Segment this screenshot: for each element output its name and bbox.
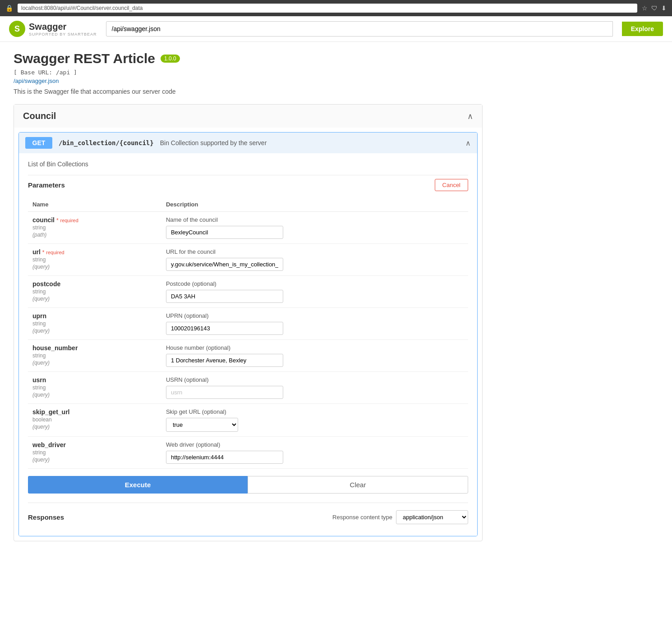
swagger-json-link[interactable]: /api/swagger.json [14,78,483,84]
param-location-4: (query) [32,360,50,366]
required-label-1: required [46,250,64,255]
explore-button[interactable]: Explore [622,22,663,36]
parameters-table: Name Description council * requiredstrin… [28,197,468,469]
council-section-title: Council [23,111,56,121]
param-name-6: skip_get_url [32,408,69,416]
param-input-7[interactable] [166,451,283,464]
param-input-2[interactable] [166,290,283,303]
swagger-logo-text: Swagger SUPPORTED BY SMARTBEAR [29,22,97,37]
base-url: [ Base URL: /api ] [14,69,483,76]
param-name-1: url [32,248,41,256]
extension-icon: 🛡 [651,5,658,12]
clear-button[interactable]: Clear [248,476,468,494]
action-buttons: Execute Clear [28,476,468,494]
table-row: usrnstring(query)USRN (optional) [28,372,468,404]
param-desc-0: Name of the council [166,216,464,223]
param-location-2: (query) [32,296,50,302]
param-desc-2: Postcode (optional) [166,280,464,287]
param-type-4: string [32,352,46,359]
responses-title: Responses [28,513,64,521]
browser-url-text: localhost:8080/api/ui/#/Council/server.c… [21,5,143,11]
param-type-7: string [32,449,46,456]
param-input-5[interactable] [166,386,283,399]
swagger-logo-circle: S [9,21,25,37]
endpoint-header[interactable]: GET /bin_collection/{council} Bin Collec… [19,133,477,153]
col-description-header: Description [161,197,468,212]
param-desc-cell-4: House number (optional) [161,340,468,372]
table-row: url * requiredstring(query)URL for the c… [28,244,468,276]
page-title-row: Swagger REST Article 1.0.0 [14,51,483,66]
param-desc-cell-6: Skip get URL (optional)truefalse [161,404,468,437]
param-select-6[interactable]: truefalse [166,418,238,432]
method-badge: GET [25,137,52,149]
param-desc-cell-1: URL for the council [161,244,468,276]
param-name-4: house_number [32,344,78,352]
swagger-logo-sub: SUPPORTED BY SMARTBEAR [29,32,97,37]
param-name-cell-7: web_driverstring(query) [28,437,161,469]
param-name-3: uprn [32,312,46,320]
param-location-0: (path) [32,232,46,238]
council-section-header[interactable]: Council ∧ [14,105,482,128]
param-desc-cell-5: USRN (optional) [161,372,468,404]
endpoint-chevron: ∧ [465,139,471,147]
shield-icon: 🔒 [5,5,13,12]
param-location-1: (query) [32,264,50,270]
browser-url-bar[interactable]: localhost:8080/api/ui/#/Council/server.c… [18,4,637,13]
param-name-cell-3: uprnstring(query) [28,308,161,340]
param-name-7: web_driver [32,441,66,448]
param-desc-4: House number (optional) [166,344,464,351]
param-desc-1: URL for the council [166,248,464,255]
endpoint-container: GET /bin_collection/{council} Bin Collec… [18,132,478,536]
table-row: skip_get_urlboolean(query)Skip get URL (… [28,404,468,437]
responses-section: Responses Response content type applicat… [28,503,468,524]
col-name-header: Name [28,197,161,212]
browser-right-icons: ☆ 🛡 ⬇ [642,5,667,12]
param-location-3: (query) [32,328,50,334]
swagger-logo-main: Swagger [29,22,97,32]
version-badge: 1.0.0 [161,55,180,63]
param-name-0: council [32,216,55,224]
response-content-label: Response content type [332,514,392,521]
star-icon: ☆ [642,5,648,12]
table-row: council * requiredstring(path)Name of th… [28,212,468,244]
param-desc-7: Web driver (optional) [166,441,464,448]
download-icon: ⬇ [661,5,667,12]
param-input-3[interactable] [166,322,283,335]
param-name-cell-0: council * requiredstring(path) [28,212,161,244]
param-input-0[interactable] [166,226,283,239]
responses-header: Responses Response content type applicat… [28,510,468,524]
param-type-5: string [32,384,46,391]
swagger-logo-letter: S [14,24,20,34]
param-desc-3: UPRN (optional) [166,312,464,319]
response-content-select[interactable]: application/json [396,510,468,524]
param-type-3: string [32,320,46,327]
required-star-1: * [42,249,45,256]
cancel-button[interactable]: Cancel [435,179,468,191]
param-type-1: string [32,256,46,263]
page-description: This is the Swagger file that accompanie… [14,88,483,95]
council-section-chevron: ∧ [467,111,473,121]
param-input-1[interactable] [166,258,283,271]
council-section: Council ∧ GET /bin_collection/{council} … [14,104,483,541]
param-desc-5: USRN (optional) [166,376,464,383]
browser-chrome: 🔒 localhost:8080/api/ui/#/Council/server… [0,0,672,16]
browser-nav-icons: 🔒 [5,5,13,12]
parameters-title: Parameters [28,181,65,189]
table-row: house_numberstring(query)House number (o… [28,340,468,372]
swagger-header: S Swagger SUPPORTED BY SMARTBEAR Explore [0,16,672,42]
param-desc-cell-2: Postcode (optional) [161,276,468,308]
endpoint-path: /bin_collection/{council} [59,139,154,146]
table-row: web_driverstring(query)Web driver (optio… [28,437,468,469]
required-star-0: * [56,217,59,224]
param-name-cell-6: skip_get_urlboolean(query) [28,404,161,437]
param-name-cell-5: usrnstring(query) [28,372,161,404]
table-row: uprnstring(query)UPRN (optional) [28,308,468,340]
swagger-url-input[interactable] [106,21,613,37]
swagger-logo: S Swagger SUPPORTED BY SMARTBEAR [9,21,97,37]
param-input-4[interactable] [166,354,283,367]
execute-button[interactable]: Execute [28,476,248,494]
param-name-5: usrn [32,376,46,384]
endpoint-body: List of Bin Collections Parameters Cance… [19,153,477,536]
param-location-6: (query) [32,424,50,430]
param-location-5: (query) [32,392,50,398]
